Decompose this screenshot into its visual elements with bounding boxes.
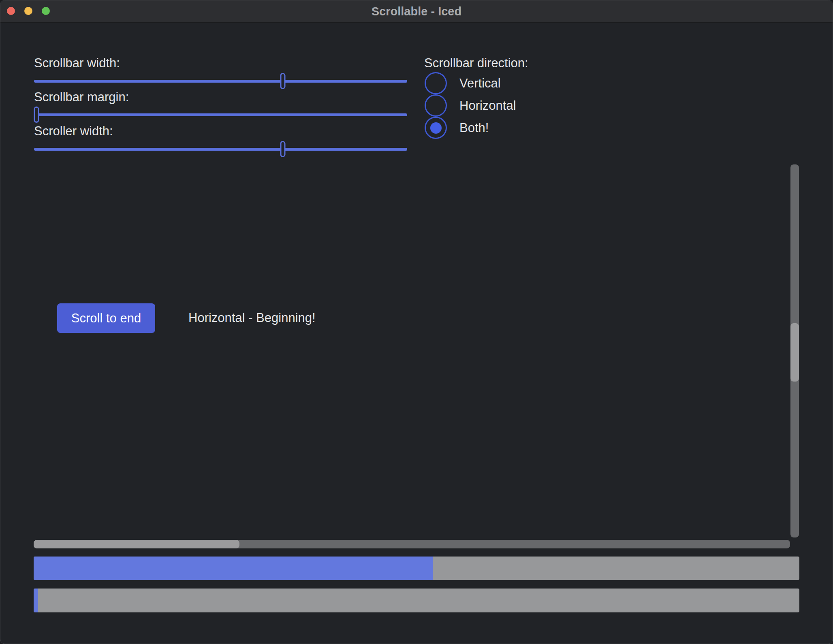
radio-horizontal-label[interactable]: Horizontal	[459, 97, 516, 114]
scrollbar-width-label: Scrollbar width:	[34, 55, 120, 72]
titlebar[interactable]: Scrollable - Iced	[0, 0, 833, 23]
scrollbar-margin-label: Scrollbar margin:	[34, 89, 129, 106]
scroll-to-end-button[interactable]: Scroll to end	[57, 303, 155, 333]
horizontal-scrollbar-track[interactable]	[34, 540, 790, 548]
horizontal-scrollbar-thumb[interactable]	[34, 540, 239, 548]
scrollbar-margin-slider-handle[interactable]	[34, 107, 39, 123]
scrollbar-direction-label: Scrollbar direction:	[424, 55, 528, 72]
radio-both[interactable]	[425, 117, 447, 139]
scroller-width-label: Scroller width:	[34, 123, 113, 140]
vertical-progress-fill	[34, 589, 38, 612]
scrollbar-width-slider-handle[interactable]	[280, 73, 286, 89]
vertical-scrollbar-track[interactable]	[790, 164, 799, 537]
scrollbar-margin-slider-rail[interactable]	[34, 113, 407, 116]
app-window: Scrollable - Iced Scrollbar width: Scrol…	[0, 0, 833, 644]
vertical-scrollbar-thumb[interactable]	[790, 323, 799, 382]
scroll-status-text: Horizontal - Beginning!	[188, 309, 316, 326]
scroller-width-slider-rail[interactable]	[34, 148, 407, 151]
scroller-width-slider-handle[interactable]	[280, 141, 286, 157]
window-title: Scrollable - Iced	[0, 0, 833, 23]
horizontal-progress-fill	[34, 557, 433, 580]
horizontal-progress-bar	[34, 557, 799, 580]
radio-dot-icon	[430, 122, 442, 134]
radio-horizontal[interactable]	[425, 94, 447, 117]
radio-vertical-label[interactable]: Vertical	[459, 75, 501, 92]
vertical-progress-bar	[34, 589, 799, 612]
radio-vertical[interactable]	[425, 72, 447, 94]
radio-both-label[interactable]: Both!	[459, 119, 489, 136]
scrollbar-width-slider-rail[interactable]	[34, 80, 407, 83]
